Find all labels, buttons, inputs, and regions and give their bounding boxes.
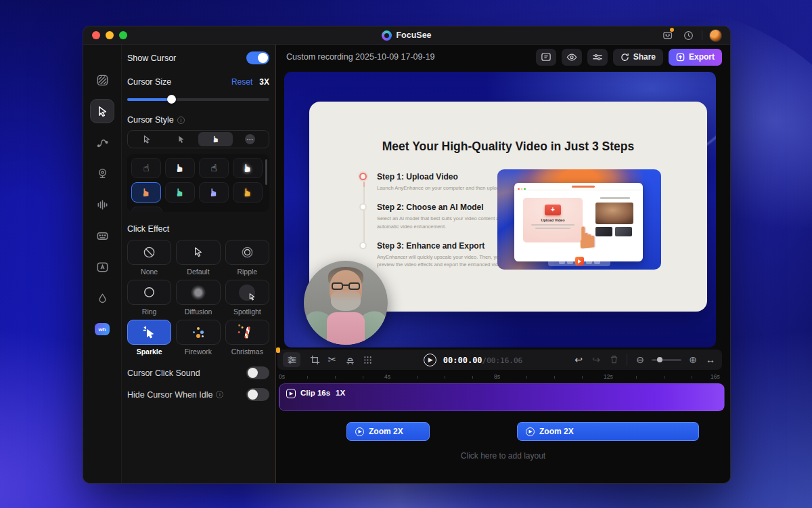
cursor-type-arrow-solid[interactable]	[164, 132, 198, 146]
cursor-settings-panel: Show Cursor Cursor Size Reset 3X Cursor …	[122, 45, 275, 483]
minimize-window-button[interactable]	[106, 31, 114, 39]
effect-sparkle[interactable]: Sparkle	[127, 320, 171, 356]
hand-style-gold[interactable]: ☛	[233, 182, 263, 203]
rail-audio-tool[interactable]	[90, 192, 114, 217]
cursor-type-more[interactable]: •••	[233, 132, 267, 146]
cursor-size-slider[interactable]	[127, 95, 269, 104]
delete-button[interactable]	[605, 352, 623, 367]
desktop-wallpaper: FocuSee	[0, 0, 812, 508]
cut-icon[interactable]: ✂	[323, 352, 341, 367]
spotlight-lamp-icon[interactable]	[341, 352, 359, 367]
hand-style-orange-selected[interactable]: ☛	[131, 182, 161, 203]
fit-width-button[interactable]: ↔	[702, 352, 719, 367]
hide-cursor-idle-info-icon[interactable]: i	[216, 391, 223, 398]
track-settings-icon[interactable]	[283, 352, 300, 367]
app-window: FocuSee	[83, 26, 731, 484]
hand-style-purple[interactable]: ☛	[199, 182, 229, 203]
cursor-grid-scrollbar[interactable]	[265, 159, 267, 185]
hand-style-extra[interactable]: ☝	[131, 207, 162, 212]
play-button[interactable]: ▶	[424, 354, 436, 366]
zoom-in-button[interactable]: ⊕	[684, 352, 702, 367]
hand-style-soft-white[interactable]: ☛	[233, 158, 263, 178]
effect-ring[interactable]: Ring	[127, 280, 171, 316]
cursor-size-label: Cursor Size	[127, 77, 171, 87]
rail-motion-tool[interactable]	[90, 130, 114, 154]
step-item-3: Step 3: Enhance and Export AnyEnhancer w…	[357, 241, 512, 269]
adjustments-button[interactable]	[587, 49, 608, 66]
step-item-1: Step 1: Upload Video Launch AnyEnhance o…	[357, 172, 512, 192]
hand-style-white[interactable]: ☛	[165, 158, 195, 178]
caption-bubble-icon: wh	[95, 323, 110, 335]
cursor-style-info-icon[interactable]: i	[177, 117, 185, 124]
clip-track[interactable]: ▶ Clip 16s 1X	[279, 383, 725, 411]
rail-keystroke-tool[interactable]	[90, 224, 114, 248]
mini-window-title-bar	[572, 186, 595, 188]
effect-default[interactable]: Default	[176, 240, 220, 276]
cursor-type-hand[interactable]: ☛	[198, 132, 233, 146]
mini-upload-label: Upload Video	[523, 218, 583, 222]
rail-caption-tool[interactable]: wh	[90, 317, 114, 341]
export-button[interactable]: Export	[669, 49, 722, 66]
hide-cursor-idle-toggle[interactable]	[246, 388, 269, 401]
step2-marker	[359, 203, 367, 211]
preview-heading: Meet Your High-Quality Video in Just 3 S…	[309, 140, 707, 154]
user-avatar[interactable]	[709, 29, 722, 42]
video-preview[interactable]: Meet Your High-Quality Video in Just 3 S…	[284, 72, 716, 347]
clip-play-icon: ▶	[286, 389, 296, 398]
zoom-segment-icon: ▶	[355, 427, 364, 436]
tool-rail: wh	[83, 45, 122, 483]
effect-christmas[interactable]: Christmas	[225, 320, 269, 356]
app-title: FocuSee	[396, 30, 431, 40]
rail-background-tool[interactable]	[90, 68, 114, 92]
effect-diffusion[interactable]: Diffusion	[176, 280, 220, 316]
zoom-window-button[interactable]	[119, 31, 127, 39]
app-title-group: FocuSee	[83, 30, 730, 41]
effect-none[interactable]: None	[127, 240, 171, 276]
timeline-zoom-thumb[interactable]	[657, 357, 662, 362]
notes-button[interactable]	[536, 49, 556, 66]
rail-watermark-tool[interactable]	[90, 286, 114, 310]
hand-style-outline-light[interactable]: ☝	[199, 158, 229, 178]
cursor-style-grid: ☝ ☛ ☝ ☛ ☛ ☛ ☛ ☛ ☝	[127, 154, 269, 212]
rail-webcam-tool[interactable]	[90, 161, 114, 186]
history-clock-icon[interactable]	[681, 29, 695, 41]
cursor-size-reset-button[interactable]: Reset	[231, 77, 252, 87]
show-cursor-toggle[interactable]	[246, 51, 269, 64]
zoom-segment-2[interactable]: ▶ Zoom 2X	[517, 422, 699, 441]
timeline-zoom-slider[interactable]	[652, 359, 681, 361]
cursor-size-value: 3X	[259, 77, 269, 87]
share-button[interactable]: Share	[613, 49, 663, 66]
step1-marker	[359, 173, 367, 180]
effect-firework[interactable]: Firework	[176, 320, 220, 356]
zoom-out-button[interactable]: ⊖	[631, 352, 649, 367]
timeline-ruler[interactable]: 0s 4s 8s 12s 16s	[277, 373, 722, 382]
mini-app-window: + Upload Video ☛	[514, 183, 643, 261]
cursor-size-slider-thumb[interactable]	[167, 95, 176, 104]
cursor-type-arrow-outline[interactable]	[129, 132, 164, 146]
playhead-marker[interactable]	[276, 347, 280, 353]
effect-ripple[interactable]: Ripple	[225, 240, 269, 276]
hand-style-outline-dark[interactable]: ☝	[131, 158, 161, 178]
click-effect-grid: None Default Ripple Ring Diffusion	[127, 240, 269, 356]
effect-spotlight[interactable]: Spotlight	[225, 280, 269, 316]
add-layout-hint[interactable]: Click here to add layout	[276, 451, 730, 461]
steps-list: Step 1: Upload Video Launch AnyEnhance o…	[357, 172, 512, 279]
cursor-style-label: Cursor Style	[127, 115, 174, 125]
redo-button[interactable]: ↪	[587, 352, 605, 367]
rail-annotation-tool[interactable]	[90, 255, 114, 279]
webcam-overlay[interactable]	[304, 261, 388, 345]
cursor-click-sound-toggle[interactable]	[246, 366, 269, 379]
rail-cursor-tool[interactable]	[90, 99, 114, 123]
zoom-segment-1[interactable]: ▶ Zoom 2X	[346, 422, 430, 441]
more-icon: •••	[245, 134, 255, 144]
feedback-icon[interactable]	[661, 29, 675, 41]
effects-grid-icon[interactable]	[359, 352, 376, 367]
preview-eye-button[interactable]	[562, 49, 582, 66]
focusee-logo-icon	[382, 30, 392, 41]
close-window-button[interactable]	[92, 31, 100, 39]
undo-button[interactable]: ↩	[570, 352, 587, 367]
hand-style-teal[interactable]: ☛	[165, 182, 195, 203]
click-effect-label: Click Effect	[127, 224, 269, 234]
crop-icon[interactable]	[306, 352, 323, 367]
total-duration: /00:16.06	[482, 356, 523, 365]
